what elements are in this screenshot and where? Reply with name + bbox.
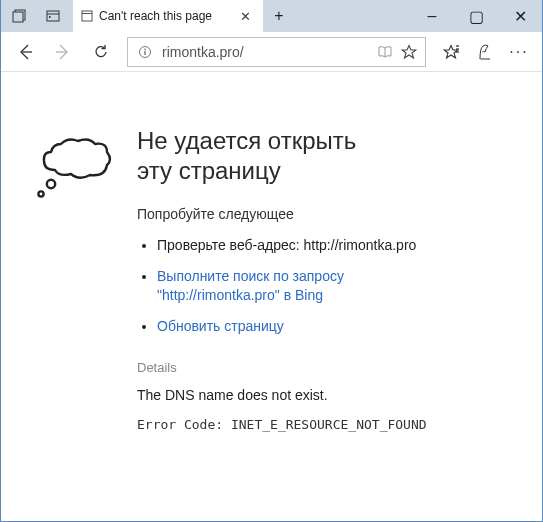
- new-tab-button[interactable]: +: [263, 0, 295, 32]
- svg-point-9: [144, 48, 146, 50]
- address-bar[interactable]: [127, 37, 426, 67]
- error-page-content: Не удается открыть эту страницу Попробуй…: [1, 72, 542, 452]
- suggestion-refresh: Обновить страницу: [157, 317, 447, 336]
- active-tab[interactable]: Can't reach this page ✕: [73, 0, 263, 32]
- refresh-button[interactable]: [83, 34, 119, 70]
- suggestion-check-address: Проверьте веб-адрес: http://rimontka.pro: [157, 236, 447, 255]
- tab-preview-button[interactable]: [5, 2, 33, 30]
- suggestions-list: Проверьте веб-адрес: http://rimontka.pro…: [137, 236, 522, 336]
- svg-point-16: [38, 191, 43, 196]
- site-info-icon[interactable]: [136, 45, 154, 59]
- error-code: Error Code: INET_E_RESOURCE_NOT_FOUND: [137, 417, 522, 432]
- refresh-page-link[interactable]: Обновить страницу: [157, 318, 284, 334]
- more-menu-button[interactable]: ···: [502, 34, 536, 70]
- set-aside-tabs-button[interactable]: [39, 2, 67, 30]
- error-code-label: Error Code:: [137, 417, 231, 432]
- check-address-prefix: Проверьте веб-адрес:: [157, 237, 304, 253]
- check-address-url: http://rimontka.pro: [304, 237, 417, 253]
- try-following-label: Попробуйте следующее: [137, 206, 522, 222]
- toolbar: ···: [1, 32, 542, 72]
- maximize-button[interactable]: ▢: [454, 0, 498, 32]
- reading-view-icon[interactable]: [377, 45, 393, 59]
- search-bing-link[interactable]: Выполните поиск по запросу "http://rimon…: [157, 268, 344, 303]
- thought-bubble-icon: [33, 126, 119, 432]
- titlebar: Can't reach this page ✕ + – ▢ ✕: [1, 0, 542, 32]
- error-title: Не удается открыть эту страницу: [137, 126, 397, 186]
- error-main: Не удается открыть эту страницу Попробуй…: [137, 126, 522, 432]
- titlebar-drag-area: [295, 0, 410, 32]
- page-icon: [81, 10, 93, 22]
- notes-icon[interactable]: [468, 34, 502, 70]
- window-controls: – ▢ ✕: [410, 0, 542, 32]
- minimize-button[interactable]: –: [410, 0, 454, 32]
- suggestion-search-bing: Выполните поиск по запросу "http://rimon…: [157, 267, 447, 305]
- svg-point-15: [47, 180, 55, 188]
- titlebar-left: [1, 0, 71, 32]
- tab-label: Can't reach this page: [99, 9, 230, 23]
- url-input[interactable]: [162, 44, 369, 60]
- details-label: Details: [137, 360, 522, 375]
- back-button[interactable]: [7, 34, 43, 70]
- svg-rect-2: [47, 11, 59, 21]
- toolbar-right: ···: [434, 34, 536, 70]
- favorite-star-icon[interactable]: [401, 44, 417, 60]
- tab-close-icon[interactable]: ✕: [236, 9, 255, 24]
- error-code-value: INET_E_RESOURCE_NOT_FOUND: [231, 417, 427, 432]
- svg-rect-1: [13, 12, 23, 22]
- favorites-hub-icon[interactable]: [434, 34, 468, 70]
- svg-rect-4: [82, 11, 92, 21]
- close-window-button[interactable]: ✕: [498, 0, 542, 32]
- dns-error-message: The DNS name does not exist.: [137, 387, 522, 403]
- forward-button: [45, 34, 81, 70]
